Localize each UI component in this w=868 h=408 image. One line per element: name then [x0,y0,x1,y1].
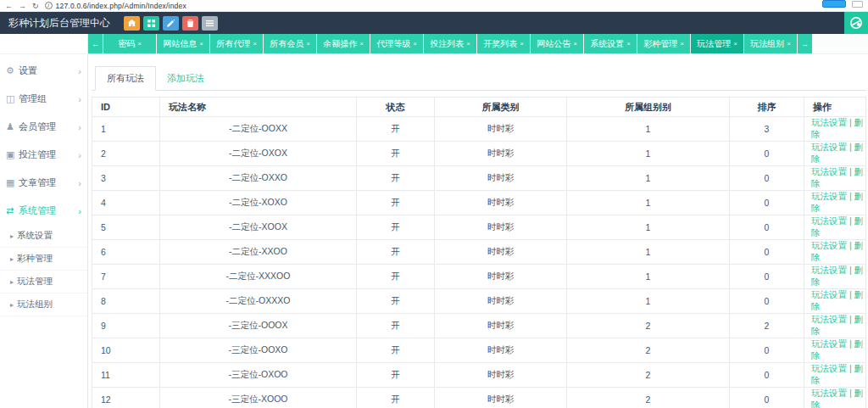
play-settings-link[interactable]: 玩法设置 [811,338,847,349]
table-row: 5-二定位-XOOX开时时彩10玩法设置 | 删除 [92,215,866,240]
sidebar-subitem[interactable]: ▸系统设置 [0,225,87,248]
cell-status: 开 [357,166,435,191]
address-bar[interactable]: 127.0.0.6/index.php/Admin/Index/index [56,2,186,10]
grid-button[interactable] [143,16,159,31]
back-icon[interactable]: ← [5,2,13,10]
sidebar-item[interactable]: ⚙设置› [0,57,87,85]
sidebar-item[interactable]: ▦文章管理› [0,169,87,197]
refresh-icon[interactable]: ↻ [32,2,39,10]
cell-actions: 玩法设置 | 删除 [804,166,866,191]
sidebar-subitem-label: 玩法组别 [17,299,53,310]
nav-tab[interactable]: 玩法组别× [744,34,797,53]
nav-tab[interactable]: 开奖列表× [477,34,530,53]
tab-close-icon[interactable]: × [466,40,470,48]
fullscreen-button[interactable] [844,12,868,34]
action-separator: | [847,388,854,398]
tab-close-icon[interactable]: × [520,40,524,48]
header-toolbar [124,16,218,31]
nav-tab-label: 系统设置 [590,38,624,50]
play-settings-link[interactable]: 玩法设置 [811,314,847,324]
play-settings-link[interactable]: 玩法设置 [811,215,847,226]
action-separator: | [847,117,854,127]
tab-close-icon[interactable]: × [573,40,577,48]
tab-close-icon[interactable]: × [137,40,142,48]
page-info-icon[interactable]: i [45,2,53,9]
nav-tab[interactable]: 网站信息× [157,34,209,53]
cell-name: -二定位-XOXO [160,191,357,215]
sidebar-subitem[interactable]: ▸玩法管理 [0,271,87,293]
cell-group: 1 [567,142,730,166]
subtab[interactable]: 所有玩法 [95,66,156,91]
play-settings-link[interactable]: 玩法设置 [811,191,847,201]
play-settings-link[interactable]: 玩法设置 [811,166,847,176]
play-settings-link[interactable]: 玩法设置 [811,363,847,373]
table-row: 7-二定位-XXXOO开时时彩10玩法设置 | 删除 [92,265,866,289]
nav-tab[interactable]: 玩法管理× [691,34,743,53]
caret-right-icon: ▸ [10,278,14,286]
cell-sort: 0 [730,191,804,215]
tab-close-icon[interactable]: × [733,40,737,48]
tab-close-icon[interactable]: × [199,40,203,48]
action-separator: | [847,289,854,299]
cell-id: 8 [92,289,160,314]
cell-group: 1 [567,191,730,215]
cell-sort: 3 [730,117,804,142]
cell-group: 1 [567,166,730,191]
tab-close-icon[interactable]: × [626,40,631,48]
nav-tab[interactable]: 余额操作× [317,34,370,53]
nav-tab[interactable]: 系统设置× [584,34,637,53]
gear-icon: ⚙ [6,65,19,76]
cell-actions: 玩法设置 | 删除 [804,215,866,240]
sidebar-subitem[interactable]: ▸彩种管理 [0,248,87,271]
table-row: 3-二定位-OXXO开时时彩10玩法设置 | 删除 [92,166,866,191]
cell-id: 12 [92,388,160,408]
sidebar-item-label: 管理组 [19,92,78,105]
tab-close-icon[interactable]: × [787,40,791,48]
sidebar-subitem-label: 彩种管理 [17,253,53,265]
tab-close-icon[interactable]: × [359,40,364,48]
browser-extension-badge[interactable] [822,0,846,8]
sidebar-item[interactable]: ♟会员管理› [0,113,87,141]
nav-tab[interactable]: 彩种管理× [637,34,690,53]
cell-actions: 玩法设置 | 删除 [804,338,866,363]
play-settings-link[interactable]: 玩法设置 [811,240,847,250]
subtab[interactable]: 添加玩法 [156,67,215,90]
nav-tab[interactable]: 投注列表× [424,34,476,53]
sidebar-item[interactable]: ⇄系统管理› [0,197,87,225]
play-settings-link[interactable]: 玩法设置 [811,388,847,398]
cell-id: 2 [92,142,160,166]
cell-actions: 玩法设置 | 删除 [804,240,866,265]
table-header-row: ID玩法名称状态所属类别所属组别别排序操作 [92,98,866,117]
home-button[interactable] [124,16,140,31]
browser-widget[interactable] [852,1,863,8]
sidebar-subitem[interactable]: ▸玩法组别 [0,293,87,316]
tab-close-icon[interactable]: × [253,40,257,48]
tab-scroll-left[interactable]: ← [88,34,103,53]
tab-close-icon[interactable]: × [413,40,417,48]
table-row: 11-三定位-OXOO开时时彩20玩法设置 | 删除 [92,363,866,388]
nav-tab[interactable]: 密码× [103,34,156,53]
nav-tab[interactable]: 代理等级× [370,34,423,53]
delete-button[interactable] [182,16,198,31]
play-settings-link[interactable]: 玩法设置 [811,265,847,275]
list-button[interactable] [202,16,218,31]
sidebar-item-label: 会员管理 [19,120,78,133]
tab-close-icon[interactable]: × [306,40,310,48]
play-settings-link[interactable]: 玩法设置 [811,142,847,152]
tab-close-icon[interactable]: × [680,40,684,48]
nav-tab[interactable]: 所有代理× [210,34,263,53]
nav-tab[interactable]: 网站公告× [531,34,583,53]
sidebar-item[interactable]: ▣投注管理› [0,141,87,169]
helm-icon [849,16,863,30]
play-settings-link[interactable]: 玩法设置 [811,289,847,299]
browser-chrome: ← → ↻ i 127.0.0.6/index.php/Admin/Index/… [0,0,868,12]
sidebar-item[interactable]: ◫管理组› [0,85,87,113]
play-settings-link[interactable]: 玩法设置 [811,117,847,127]
forward-icon[interactable]: → [19,2,26,10]
cell-category: 时时彩 [435,363,567,388]
tab-scroll-right[interactable]: → [798,34,812,53]
edit-button[interactable] [163,16,179,31]
nav-tab[interactable]: 所有会员× [264,34,316,53]
cell-group: 2 [567,363,730,388]
caret-right-icon: ▸ [10,301,14,309]
